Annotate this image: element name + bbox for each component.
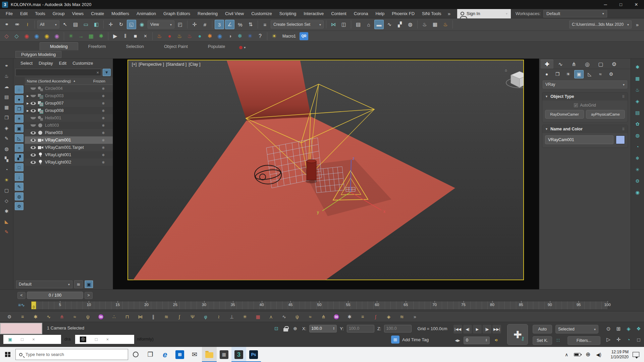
sini-tool-1-icon[interactable]: ✱ xyxy=(634,63,642,71)
action-center-icon[interactable] xyxy=(633,352,639,357)
macro-script-icon[interactable]: φ xyxy=(202,313,210,321)
menu-customize[interactable]: Customize xyxy=(248,11,275,16)
filter-containers-icon[interactable]: □ xyxy=(15,163,23,171)
select-and-scale-icon[interactable]: ◱ xyxy=(127,20,136,29)
menu-sini-tools[interactable]: SiNi Tools xyxy=(418,11,445,16)
zoom-all-icon[interactable]: ⊞ xyxy=(614,324,623,334)
perspective-viewport[interactable]: [+] [Perspective ] [Standard ] [Clay ] xyxy=(113,59,539,289)
toggle-layer-explorer-icon[interactable]: ⌂ xyxy=(364,20,373,29)
column-frozen-label[interactable]: Frozen xyxy=(93,79,113,83)
filter-helpers-icon[interactable]: ◺ xyxy=(15,134,23,142)
explorer-row-group003[interactable]: ▶Group003✻ xyxy=(25,92,113,100)
spinner-snap-icon[interactable]: ⇅ xyxy=(246,20,255,29)
motion-tab[interactable]: ◎ xyxy=(581,60,594,69)
diamond-icon[interactable]: ◈ xyxy=(3,124,11,132)
visibility-eye-icon[interactable] xyxy=(31,139,36,142)
hidden-icons-chevron[interactable]: ∧ xyxy=(561,347,572,362)
time-configuration-icon[interactable]: ◔⚙ xyxy=(492,336,500,344)
macro-script-icon[interactable]: Ψ xyxy=(189,313,197,321)
current-frame-display[interactable]: 0 / 100 xyxy=(27,292,83,299)
time-slider[interactable]: 0 51015202530354045505560657075808590951… xyxy=(31,301,608,310)
systems-category-icon[interactable]: ⚙ xyxy=(606,70,616,78)
absolute-mode-icon[interactable]: ⊕ xyxy=(291,324,299,333)
vray-dome-camera-button[interactable]: RayDomeCamer xyxy=(545,110,584,119)
zoom-extents-all-icon[interactable]: ❖ xyxy=(634,324,643,334)
rendered-frame-window-icon[interactable]: ▦ xyxy=(430,20,440,29)
menu-scripting[interactable]: Scripting xyxy=(276,11,300,16)
material-pick-icon[interactable]: ◍ xyxy=(15,192,23,200)
select-and-move-icon[interactable]: ✛ xyxy=(106,20,115,29)
restore-icon[interactable]: □ xyxy=(95,337,98,342)
menu-create[interactable]: Create xyxy=(87,11,108,16)
orbit-icon[interactable]: ◔ xyxy=(624,335,633,344)
menu-select[interactable]: Select xyxy=(17,61,36,66)
brush-icon[interactable]: ✎ xyxy=(3,228,11,236)
macro-script-icon[interactable]: ψ xyxy=(293,313,301,321)
tab-modeling[interactable]: Modeling xyxy=(40,42,78,50)
z-transform-field[interactable]: 100.0 xyxy=(384,325,412,333)
green-burst-icon[interactable]: ✱ xyxy=(97,32,106,41)
restore-icon[interactable]: □ xyxy=(21,337,23,342)
battery-icon[interactable] xyxy=(572,347,582,362)
set-key-button[interactable]: Set K. xyxy=(533,336,552,345)
selection-lock-icon[interactable] xyxy=(283,328,288,331)
polygon-modeling-panel[interactable]: Polygon Modeling xyxy=(15,51,61,58)
macro-script-icon[interactable]: ✱ xyxy=(32,313,40,321)
select-by-name-icon[interactable]: ▤ xyxy=(71,20,80,29)
isolate-selection-icon[interactable]: ⊡ xyxy=(272,324,280,333)
pencil-icon[interactable]: ✎ xyxy=(3,135,11,142)
macro-script-icon[interactable]: ∥ xyxy=(149,313,157,321)
macro-script-icon[interactable]: ⊥ xyxy=(228,313,236,321)
toggle-scene-explorer-icon[interactable]: ▤ xyxy=(354,20,363,29)
explorer-row-circle004[interactable]: Circle004✻ xyxy=(25,85,113,92)
frozen-toggle-icon[interactable]: ✻ xyxy=(94,109,113,113)
render-setup-icon[interactable]: ♨ xyxy=(420,20,429,29)
previous-frame-button[interactable]: < xyxy=(17,292,25,299)
vray-physical-camera-button[interactable]: ayPhysicalCame xyxy=(586,110,625,119)
sini-tool-9-icon[interactable]: ❄ xyxy=(634,155,642,162)
select-and-link-icon[interactable]: ⚭ xyxy=(2,20,11,29)
start-button[interactable] xyxy=(0,347,15,362)
keyboard-shortcut-override-icon[interactable]: # xyxy=(200,20,210,29)
clock-icon[interactable]: ◔ xyxy=(3,166,11,173)
search-input[interactable] xyxy=(18,70,96,75)
frozen-toggle-icon[interactable]: ✻ xyxy=(94,146,113,149)
sini-tool-5-icon[interactable]: ▤ xyxy=(634,109,642,116)
selection-set-dropdown[interactable]: Selected▾ xyxy=(555,325,598,334)
filter-display-icon[interactable]: ◌ xyxy=(15,85,23,94)
3ds-max-taskbar-button[interactable]: 3 xyxy=(231,347,246,362)
object-type-header[interactable]: ▼ Object Type ⠿ xyxy=(542,93,628,101)
viewport-general-menu[interactable]: [+] xyxy=(132,62,137,67)
select-and-manipulate-icon[interactable]: ✢ xyxy=(190,20,199,29)
sini-tool-10-icon[interactable]: ✳ xyxy=(634,166,642,173)
name-and-color-header[interactable]: ▼ Name and Color ⠿ xyxy=(542,125,628,133)
mail-button[interactable]: ✉ xyxy=(187,347,202,362)
minimized-dialog-2[interactable]: Ⓥ □ × xyxy=(75,335,134,344)
active-layer-dropdown[interactable]: Default ▾ xyxy=(16,281,72,288)
fire-yellow-icon[interactable]: ♨ xyxy=(175,32,184,41)
x-transform-field[interactable]: 100.0▲▼ xyxy=(309,325,337,333)
sini-tool-6-icon[interactable]: ✿ xyxy=(634,120,642,128)
gray-sphere-icon[interactable]: ◑ xyxy=(225,32,234,41)
macro-script-icon[interactable]: ≀ xyxy=(215,313,223,321)
visibility-eye-icon[interactable] xyxy=(31,109,36,112)
macro-script-icon[interactable]: ≈ xyxy=(71,313,79,321)
menu-file[interactable]: File xyxy=(2,11,16,16)
menu-help[interactable]: Help xyxy=(372,11,388,16)
railclone-arrow-icon[interactable]: → xyxy=(76,32,86,41)
dark-app-button[interactable]: ▦ xyxy=(217,347,231,362)
pattern-icon[interactable]: ▚ xyxy=(3,156,11,163)
star-icon[interactable]: ✱ xyxy=(3,207,11,215)
selection-filter-dropdown[interactable]: All▾ xyxy=(37,20,59,28)
help-icon[interactable]: ? xyxy=(256,32,265,41)
set-keys-button[interactable]: ✚⚷ xyxy=(507,324,528,345)
sini-tool-7-icon[interactable]: ◍ xyxy=(634,132,642,139)
sini-tool-12-icon[interactable]: ◉ xyxy=(634,189,642,196)
corona-yellow-icon[interactable]: ◉ xyxy=(42,32,51,41)
macro-script-icon[interactable]: ♒ xyxy=(97,313,105,321)
unlink-selection-icon[interactable]: ⚮ xyxy=(12,20,22,29)
sign-in-button[interactable]: Sign In ▾ xyxy=(457,9,511,18)
pan-view-icon[interactable]: ✛ xyxy=(614,335,623,344)
named-selection-set-field[interactable]: Create Selection Set▾ xyxy=(271,20,324,28)
add-time-tag-label[interactable]: Add Time Tag xyxy=(402,337,429,342)
